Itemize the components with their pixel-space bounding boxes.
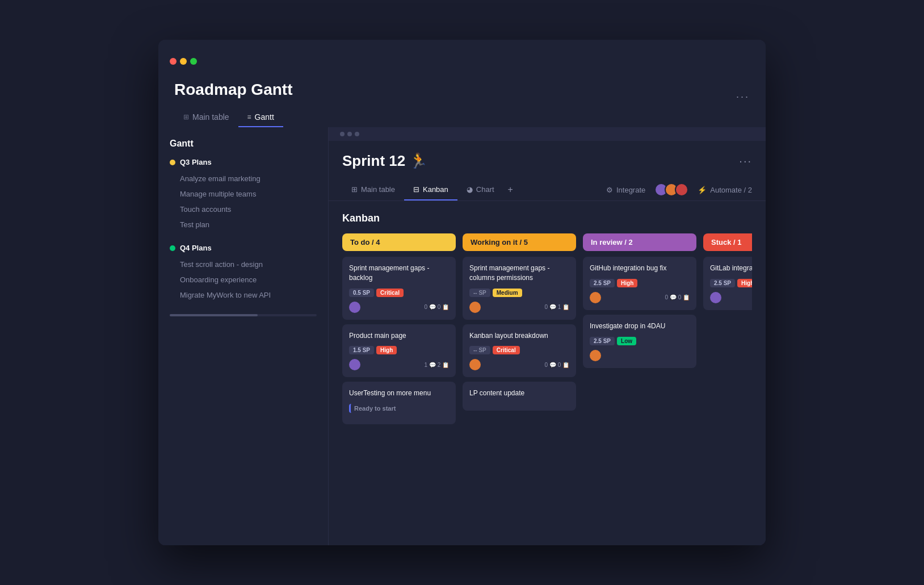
sidebar: Gantt Q3 Plans Analyze email marketing M…: [158, 127, 329, 545]
main-window: Roadmap Gantt ... ⊞ Main table ≡ Gantt G…: [158, 40, 766, 545]
avatar-3: [675, 183, 688, 197]
gantt-icon: ≡: [247, 113, 251, 121]
card-product-main[interactable]: Product main page 1.5 SP High 1 💬 2 📋: [342, 324, 456, 378]
integrate-icon: ⚙: [606, 186, 613, 194]
card-footer: 0 💬 1 📋: [469, 302, 569, 313]
integrate-action[interactable]: ⚙ Integrate: [606, 186, 645, 194]
add-tab-button[interactable]: +: [503, 179, 518, 200]
maximize-button[interactable]: [190, 58, 197, 65]
card-badges: 0.5 SP Critical: [349, 289, 449, 297]
card-avatar: [590, 350, 601, 361]
close-button[interactable]: [170, 58, 177, 65]
kanban-col-todo: To do / 4 Sprint management gaps - backl…: [342, 233, 456, 540]
content-dot-2: [347, 132, 352, 136]
sprint-tabs: ⊞ Main table ⊟ Kanban ◕ Chart +: [329, 179, 766, 201]
sprint-tab-chart[interactable]: ◕ Chart: [457, 179, 503, 200]
card-meta: 0 💬 0 📋: [425, 304, 449, 310]
table-icon-sm: ⊞: [351, 185, 358, 194]
col-header-review: In review / 2: [583, 233, 696, 251]
col-header-todo: To do / 4: [342, 233, 456, 251]
col-header-working: Working on it / 5: [463, 233, 576, 251]
sprint-panel: Sprint 12 🏃 ··· ⊞ Main table ⊟ Kanban: [329, 141, 766, 545]
sidebar-item-touch[interactable]: Touch accounts: [170, 202, 317, 217]
kanban-col-review: In review / 2 GitHub integration bug fix…: [583, 233, 696, 540]
card-badges: 2.5 SP High: [590, 279, 690, 287]
kanban-cards-working: Sprint management gaps - columns permiss…: [463, 257, 576, 540]
sprint-tabs-left: ⊞ Main table ⊟ Kanban ◕ Chart +: [342, 179, 518, 200]
automate-action[interactable]: ⚡ Automate / 2: [698, 186, 752, 194]
automate-icon: ⚡: [698, 186, 707, 194]
card-sprint-cols[interactable]: Sprint management gaps - columns permiss…: [463, 257, 576, 320]
sidebar-group-q4-label: Q4 Plans: [170, 244, 317, 252]
kanban-title: Kanban: [342, 212, 752, 224]
chart-icon: ◕: [467, 185, 473, 194]
card-footer: 1 💬 2 📋: [349, 359, 449, 370]
card-badges: -- SP Medium: [469, 289, 569, 297]
card-footer: 0 💬 0 📋: [710, 292, 752, 303]
card-meta: 0 💬 1 📋: [545, 304, 569, 310]
sprint-tab-main-table[interactable]: ⊞ Main table: [342, 179, 404, 200]
main-layout: Gantt Q3 Plans Analyze email marketing M…: [158, 127, 766, 545]
app-tabs: ⊞ Main table ≡ Gantt: [174, 108, 750, 127]
app-more-options[interactable]: ...: [736, 89, 750, 101]
content-dots: [340, 132, 359, 136]
sidebar-group-q4: Q4 Plans Test scroll action - design Onb…: [170, 244, 317, 303]
q4-dot: [170, 245, 175, 251]
sidebar-item-migrate[interactable]: Migrate MyWork to new API: [170, 287, 317, 303]
table-icon: ⊞: [183, 113, 189, 121]
sidebar-scrollbar-thumb: [170, 314, 258, 316]
sprint-header: Sprint 12 🏃 ···: [329, 141, 766, 179]
card-badges: 2.5 SP High: [710, 279, 752, 287]
card-investigate[interactable]: Investigate drop in 4DAU 2.5 SP Low: [583, 315, 696, 368]
card-avatar: [349, 302, 360, 313]
sidebar-group-q3-label: Q3 Plans: [170, 158, 317, 166]
kanban-icon: ⊟: [413, 185, 419, 194]
sidebar-scrollbar: [170, 314, 317, 316]
kanban-col-working: Working on it / 5 Sprint management gaps…: [463, 233, 576, 540]
card-avatar: [469, 302, 481, 313]
q3-dot: [170, 160, 175, 165]
card-usertesting[interactable]: UserTesting on more menu Ready to start: [342, 382, 456, 424]
content-dot-3: [355, 132, 359, 136]
card-avatar: [710, 292, 721, 303]
kanban-board: Kanban To do / 4 Sprint management gaps …: [329, 201, 766, 545]
card-badges: -- SP Critical: [469, 346, 569, 354]
app-header: Roadmap Gantt ... ⊞ Main table ≡ Gantt: [158, 74, 766, 127]
minimize-button[interactable]: [180, 58, 187, 65]
sprint-tab-kanban[interactable]: ⊟ Kanban: [404, 179, 457, 200]
card-gitlab[interactable]: GitLab integration 2.5 SP High 0 💬 0 �: [703, 257, 752, 310]
content-dot-1: [340, 132, 345, 136]
card-avatar: [469, 359, 481, 370]
sidebar-item-onboarding[interactable]: Onboarding experience: [170, 272, 317, 287]
card-lp-content[interactable]: LP content update: [463, 382, 576, 411]
tab-gantt[interactable]: ≡ Gantt: [238, 108, 283, 127]
sidebar-item-analyze[interactable]: Analyze email marketing: [170, 171, 317, 186]
sprint-tabs-right: ⚙ Integrate ⚡ Automate / 2: [606, 183, 752, 197]
sprint-more-options[interactable]: ···: [739, 154, 752, 168]
card-footer: [590, 350, 690, 361]
kanban-columns: To do / 4 Sprint management gaps - backl…: [342, 233, 752, 540]
card-footer: 0 💬 0 📋: [469, 359, 569, 370]
card-badges: 1.5 SP High: [349, 346, 449, 354]
kanban-cards-todo: Sprint management gaps - backlog 0.5 SP …: [342, 257, 456, 540]
card-meta: 0 💬 0 📋: [545, 362, 569, 368]
traffic-lights: [170, 58, 197, 65]
sidebar-item-manage[interactable]: Manage multiple teams: [170, 186, 317, 202]
card-meta: 0 💬 0 📋: [665, 294, 690, 300]
card-kanban-layout[interactable]: Kanban layout breakdown -- SP Critical: [463, 324, 576, 378]
card-badges: 2.5 SP Low: [590, 337, 690, 345]
kanban-cards-review: GitHub integration bug fix 2.5 SP High: [583, 257, 696, 540]
tab-main-table[interactable]: ⊞ Main table: [174, 108, 238, 127]
sidebar-item-scroll[interactable]: Test scroll action - design: [170, 257, 317, 272]
sidebar-group-q3: Q3 Plans Analyze email marketing Manage …: [170, 158, 317, 232]
card-meta: 1 💬 2 📋: [425, 362, 449, 368]
collaborators-avatars: [654, 183, 688, 197]
sidebar-item-test[interactable]: Test plan: [170, 217, 317, 232]
kanban-col-stuck: Stuck / 1 GitLab integration 2.5 SP High: [703, 233, 752, 540]
sidebar-title: Gantt: [170, 139, 317, 149]
card-footer: 0 💬 0 📋: [349, 302, 449, 313]
card-avatar: [349, 359, 360, 370]
card-github[interactable]: GitHub integration bug fix 2.5 SP High: [583, 257, 696, 310]
card-sprint-mgmt-backlog[interactable]: Sprint management gaps - backlog 0.5 SP …: [342, 257, 456, 320]
content-header: [329, 127, 766, 141]
